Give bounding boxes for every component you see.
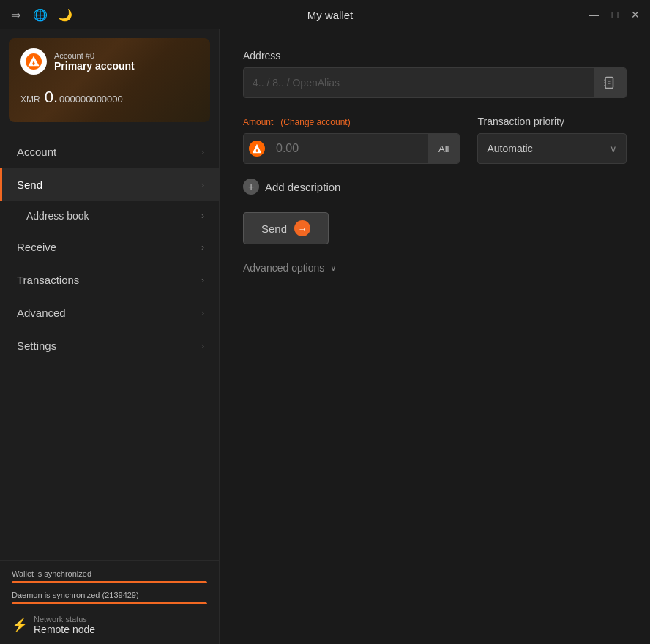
sidebar-item-account[interactable]: Account › bbox=[0, 135, 219, 168]
sidebar-item-transactions[interactable]: Transactions › bbox=[0, 263, 219, 296]
account-card: Account #0 Primary account XMR 0. 000000… bbox=[9, 38, 210, 122]
network-status-value: Remote node bbox=[34, 624, 95, 635]
sidebar-item-send[interactable]: Send › bbox=[0, 168, 219, 201]
close-button[interactable]: ✕ bbox=[630, 9, 641, 20]
address-input[interactable] bbox=[244, 70, 594, 96]
window-title: My wallet bbox=[72, 9, 589, 21]
priority-group: Transaction priority Automatic ∨ bbox=[477, 116, 627, 164]
daemon-sync-bar bbox=[12, 602, 207, 604]
account-name: Primary account bbox=[54, 60, 135, 72]
status-bar: Wallet is synchronized Daemon is synchro… bbox=[0, 560, 219, 644]
sidebar-item-address-book[interactable]: Address book › bbox=[0, 201, 219, 231]
chevron-down-icon: ∨ bbox=[330, 263, 337, 273]
main-layout: Account #0 Primary account XMR 0. 000000… bbox=[0, 29, 650, 644]
nav-section: Account › Send › Address book › Receive … bbox=[0, 131, 219, 560]
plus-circle-icon: + bbox=[243, 179, 259, 195]
chevron-icon: › bbox=[201, 180, 204, 190]
account-header: Account #0 Primary account bbox=[20, 48, 198, 75]
moon-icon[interactable]: 🌙 bbox=[59, 8, 72, 21]
amount-priority-section: Amount (Change account) All bbox=[243, 116, 627, 164]
sidebar-item-settings[interactable]: Settings › bbox=[0, 329, 219, 362]
change-account-link[interactable]: (Change account) bbox=[280, 117, 350, 127]
chevron-icon: › bbox=[201, 341, 204, 351]
titlebar: ⇒ 🌐 🌙 My wallet — □ ✕ bbox=[0, 0, 650, 29]
advanced-options-row[interactable]: Advanced options ∨ bbox=[243, 262, 627, 274]
amount-label: Amount (Change account) bbox=[243, 116, 460, 127]
amount-input[interactable] bbox=[270, 142, 428, 155]
titlebar-left: ⇒ 🌐 🌙 bbox=[9, 8, 72, 21]
daemon-sync-label: Daemon is synchronized (2139429) bbox=[12, 591, 207, 599]
add-description-label: Add description bbox=[265, 181, 340, 193]
sidebar: Account #0 Primary account XMR 0. 000000… bbox=[0, 29, 220, 644]
svg-point-0 bbox=[26, 53, 42, 70]
daemon-sync-fill bbox=[12, 602, 207, 604]
account-number: Account #0 bbox=[54, 51, 135, 60]
chevron-icon: › bbox=[201, 242, 204, 252]
wallet-sync-bar bbox=[12, 581, 207, 583]
network-info: Network status Remote node bbox=[34, 615, 95, 635]
content-area: Address Amount (Change account) bbox=[220, 29, 650, 644]
window-controls: — □ ✕ bbox=[589, 9, 641, 20]
network-status: ⚡ Network status Remote node bbox=[12, 612, 207, 638]
priority-label: Transaction priority bbox=[477, 116, 627, 127]
network-status-label: Network status bbox=[34, 615, 95, 624]
sidebar-item-advanced[interactable]: Advanced › bbox=[0, 296, 219, 329]
balance-main: 0. bbox=[45, 88, 58, 107]
chevron-icon: › bbox=[201, 211, 204, 221]
lightning-icon: ⚡ bbox=[12, 617, 28, 633]
chevron-icon: › bbox=[201, 147, 204, 157]
priority-value: Automatic bbox=[487, 143, 532, 154]
account-info: Account #0 Primary account bbox=[54, 51, 135, 72]
globe-icon[interactable]: 🌐 bbox=[34, 8, 47, 21]
add-description-row[interactable]: + Add description bbox=[243, 179, 627, 195]
balance-decimal: 000000000000 bbox=[59, 94, 123, 105]
balance-currency: XMR bbox=[20, 94, 40, 105]
monero-logo bbox=[20, 48, 47, 75]
chevron-icon: › bbox=[201, 275, 204, 285]
chevron-down-icon: ∨ bbox=[610, 143, 617, 154]
send-arrow-icon: → bbox=[294, 220, 310, 236]
amount-input-row: All bbox=[243, 133, 460, 164]
priority-select[interactable]: Automatic ∨ bbox=[477, 133, 627, 164]
amount-group: Amount (Change account) All bbox=[243, 116, 460, 164]
wallet-sync-fill bbox=[12, 581, 207, 583]
account-balance: XMR 0. 000000000000 bbox=[20, 88, 198, 107]
all-button[interactable]: All bbox=[428, 133, 459, 164]
address-label: Address bbox=[243, 50, 627, 61]
chevron-icon: › bbox=[201, 308, 204, 318]
address-input-row bbox=[243, 67, 627, 98]
transfer-icon[interactable]: ⇒ bbox=[9, 8, 22, 21]
monero-icon bbox=[244, 133, 270, 164]
sidebar-item-receive[interactable]: Receive › bbox=[0, 231, 219, 263]
maximize-button[interactable]: □ bbox=[609, 9, 621, 20]
wallet-sync-label: Wallet is synchronized bbox=[12, 569, 207, 578]
advanced-options-label: Advanced options bbox=[243, 262, 324, 274]
address-book-button[interactable] bbox=[594, 68, 626, 97]
send-button[interactable]: Send → bbox=[243, 212, 329, 244]
minimize-button[interactable]: — bbox=[589, 9, 600, 20]
